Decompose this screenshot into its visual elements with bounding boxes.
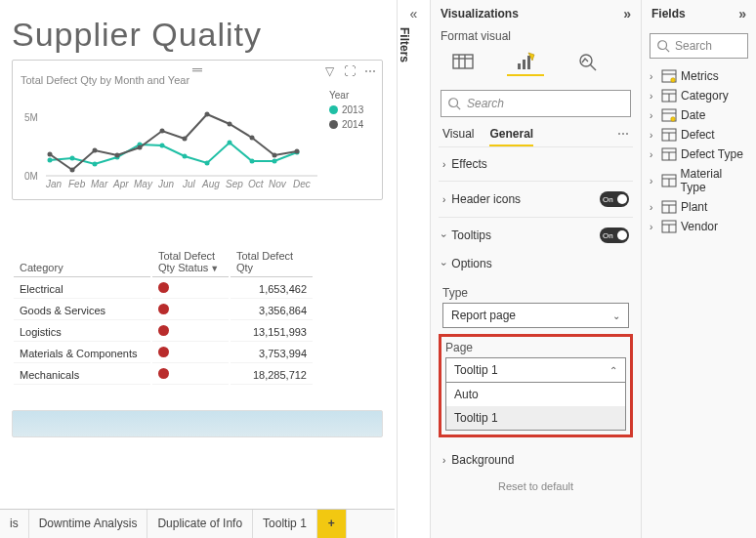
chevron-right-icon: › bbox=[650, 91, 661, 102]
svg-text:Apr: Apr bbox=[112, 179, 129, 189]
dropdown-option-auto[interactable]: Auto bbox=[446, 383, 625, 406]
format-visual-tab[interactable] bbox=[507, 49, 544, 76]
svg-text:Jan: Jan bbox=[45, 179, 63, 189]
chart-plot[interactable]: 5M 0M JanFebMarAprMayJunJulAugSepOctNovD… bbox=[21, 90, 321, 197]
svg-text:Feb: Feb bbox=[68, 179, 86, 189]
filters-label: Filters bbox=[398, 27, 411, 62]
expand-icon[interactable]: » bbox=[623, 6, 631, 21]
field-table-date[interactable]: ›Date bbox=[644, 105, 754, 125]
svg-point-16 bbox=[115, 153, 120, 158]
table-row: Materials & Components3,753,994 bbox=[14, 344, 313, 363]
chevron-right-icon: › bbox=[442, 159, 445, 170]
chevron-right-icon: › bbox=[650, 222, 661, 232]
svg-point-11 bbox=[273, 159, 277, 164]
svg-text:Aug: Aug bbox=[201, 179, 220, 189]
expand-icon[interactable]: » bbox=[738, 6, 746, 21]
svg-point-46 bbox=[449, 99, 458, 107]
fields-pane: Fields » Search ›Metrics ›Category ›Date… bbox=[641, 0, 756, 538]
focus-mode-icon[interactable]: ⛶ bbox=[344, 64, 356, 78]
dropdown-option-tooltip1[interactable]: Tooltip 1 bbox=[446, 406, 625, 430]
chevron-down-icon: › bbox=[439, 233, 449, 236]
section-effects[interactable]: ›Effects bbox=[431, 147, 641, 181]
toggle-header-icons[interactable]: On bbox=[600, 191, 629, 207]
sort-desc-icon: ▼ bbox=[210, 264, 219, 273]
collapse-icon[interactable]: « bbox=[398, 6, 430, 21]
svg-point-14 bbox=[70, 168, 75, 173]
table-row: Electrical1,653,462 bbox=[14, 279, 313, 299]
chevron-right-icon: › bbox=[650, 71, 661, 82]
section-options[interactable]: ›Options bbox=[431, 253, 641, 280]
svg-point-48 bbox=[658, 41, 667, 50]
fields-search-input[interactable]: Search bbox=[650, 33, 748, 59]
filters-pane-collapsed[interactable]: « Filters bbox=[397, 0, 430, 538]
tab-general[interactable]: General bbox=[489, 127, 533, 146]
svg-point-9 bbox=[228, 141, 232, 145]
table-visual[interactable]: Category Total Defect Qty Status▼ Total … bbox=[12, 245, 315, 387]
page-tab[interactable]: Tooltip 1 bbox=[253, 510, 317, 538]
svg-point-6 bbox=[160, 144, 165, 148]
more-icon[interactable]: ⋯ bbox=[617, 127, 629, 146]
visualizations-pane: Visualizations » Format visual Search Vi… bbox=[430, 0, 641, 538]
build-visual-tab[interactable] bbox=[444, 49, 482, 76]
svg-point-23 bbox=[273, 153, 277, 158]
svg-point-13 bbox=[48, 152, 53, 157]
page-dropdown[interactable]: Tooltip 1 ⌃ bbox=[445, 357, 626, 383]
svg-line-49 bbox=[666, 49, 670, 53]
analytics-tab[interactable] bbox=[569, 49, 607, 76]
line-chart-visual[interactable]: ═ ▽ ⛶ ⋯ Total Defect Qty by Month and Ye… bbox=[12, 60, 383, 200]
tab-visual[interactable]: Visual bbox=[442, 127, 474, 146]
filter-icon[interactable]: ▽ bbox=[325, 64, 334, 78]
calc-table-icon bbox=[661, 108, 677, 122]
chevron-up-icon: ⌃ bbox=[609, 365, 617, 376]
section-header-icons[interactable]: ›Header icons On bbox=[431, 182, 641, 217]
field-table-vendor[interactable]: ›Vendor bbox=[644, 217, 754, 236]
page-title: Supplier Quality bbox=[12, 16, 385, 54]
field-table-plant[interactable]: ›Plant bbox=[644, 197, 754, 217]
chevron-right-icon: › bbox=[650, 176, 661, 186]
page-dropdown-list: Auto Tooltip 1 bbox=[445, 382, 626, 431]
format-search-input[interactable]: Search bbox=[441, 90, 631, 117]
status-dot-icon bbox=[158, 325, 169, 336]
svg-point-21 bbox=[228, 122, 232, 127]
svg-line-45 bbox=[590, 64, 596, 70]
field-table-defect[interactable]: ›Defect bbox=[644, 125, 754, 145]
field-table-material-type[interactable]: ›Material Type bbox=[644, 164, 754, 197]
table-icon bbox=[661, 220, 677, 233]
svg-point-52 bbox=[671, 78, 676, 83]
svg-text:Sep: Sep bbox=[226, 179, 243, 189]
chevron-right-icon: › bbox=[442, 455, 445, 466]
svg-point-17 bbox=[138, 145, 143, 150]
map-visual[interactable] bbox=[12, 410, 383, 437]
section-background[interactable]: ›Background bbox=[431, 443, 641, 476]
add-page-button[interactable]: + bbox=[317, 510, 347, 538]
page-tab[interactable]: Duplicate of Info bbox=[147, 510, 253, 538]
svg-point-20 bbox=[205, 112, 210, 117]
field-table-defect-type[interactable]: ›Defect Type bbox=[644, 145, 754, 164]
status-dot-icon bbox=[158, 282, 169, 293]
table-row: Goods & Services3,356,864 bbox=[14, 301, 313, 320]
field-table-metrics[interactable]: ›Metrics bbox=[644, 66, 754, 86]
col-category[interactable]: Category bbox=[14, 247, 150, 277]
legend-dot-icon bbox=[329, 105, 338, 114]
col-qty[interactable]: Total Defect Qty bbox=[231, 247, 313, 277]
svg-text:Jul: Jul bbox=[182, 179, 196, 189]
chevron-down-icon: › bbox=[439, 262, 449, 265]
page-tab[interactable]: Downtime Analysis bbox=[29, 510, 148, 538]
format-visual-label: Format visual bbox=[431, 27, 641, 49]
col-status[interactable]: Total Defect Qty Status▼ bbox=[152, 247, 229, 277]
svg-point-3 bbox=[93, 162, 98, 167]
svg-text:Dec: Dec bbox=[293, 179, 311, 189]
toggle-tooltips[interactable]: On bbox=[600, 228, 629, 243]
field-table-category[interactable]: ›Category bbox=[644, 86, 754, 105]
svg-rect-37 bbox=[453, 55, 473, 68]
section-tooltips[interactable]: ›Tooltips On bbox=[431, 218, 641, 253]
svg-point-22 bbox=[250, 136, 255, 141]
page-tab[interactable]: is bbox=[0, 510, 29, 538]
type-dropdown[interactable]: Report page ⌄ bbox=[442, 303, 629, 328]
reset-to-default[interactable]: Reset to default bbox=[431, 476, 641, 496]
chevron-down-icon: ⌄ bbox=[612, 310, 620, 321]
status-dot-icon bbox=[158, 368, 169, 379]
more-options-icon[interactable]: ⋯ bbox=[364, 64, 376, 78]
pane-title: Visualizations bbox=[441, 7, 519, 21]
svg-rect-43 bbox=[527, 56, 530, 69]
